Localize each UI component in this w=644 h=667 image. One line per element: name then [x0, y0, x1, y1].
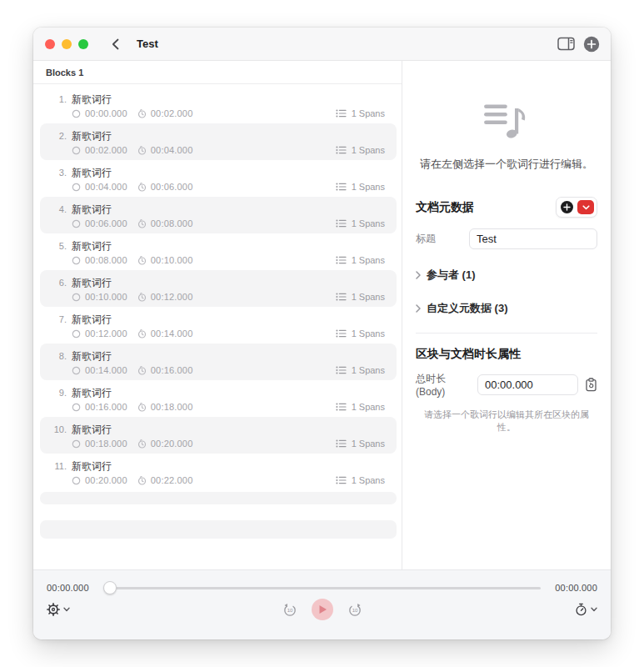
end-time-clock-icon — [137, 293, 147, 302]
duration-hint: 请选择一个歌词行以编辑其所在区块的属性。 — [416, 409, 597, 434]
playback-settings-dropdown[interactable] — [47, 603, 70, 616]
metadata-dropdown-button[interactable] — [577, 200, 594, 214]
end-time: 00:06.000 — [151, 182, 193, 192]
lyric-row[interactable]: 7. 新歌词行 00:12.000 00:14.000 — [40, 307, 397, 344]
skip-forward-10-button[interactable]: 10 — [347, 602, 362, 617]
row-number: 11. — [52, 461, 67, 471]
start-time: 00:06.000 — [85, 218, 127, 228]
stopwatch-icon — [575, 603, 587, 616]
end-time-clock-icon — [137, 109, 147, 118]
play-button[interactable] — [312, 599, 333, 620]
title-input[interactable] — [469, 228, 597, 249]
chevron-right-icon — [416, 304, 421, 313]
plus-circle-icon — [583, 36, 600, 53]
lyric-row[interactable]: 9. 新歌词行 00:16.000 00:18.000 — [40, 380, 397, 417]
list-bullet-icon — [336, 366, 347, 374]
total-duration-input[interactable] — [477, 374, 578, 395]
row-number: 8. — [52, 351, 67, 361]
begin-time-icon — [72, 293, 81, 302]
lyric-rows: 1. 新歌词行 00:00.000 00:02.000 — [33, 84, 402, 490]
start-time: 00:18.000 — [85, 439, 127, 449]
end-time: 00:14.000 — [151, 328, 193, 339]
list-bullet-icon — [336, 256, 347, 264]
close-window-button[interactable] — [45, 39, 55, 49]
traffic-lights — [45, 39, 88, 49]
spans-count: 1 Spans — [352, 328, 385, 339]
row-title: 新歌词行 — [72, 386, 112, 400]
row-title: 新歌词行 — [72, 276, 112, 290]
lyric-row[interactable]: 4. 新歌词行 00:06.000 00:08.000 — [40, 197, 397, 233]
start-time: 00:16.000 — [85, 402, 127, 412]
empty-block-placeholder[interactable] — [40, 492, 397, 504]
start-time: 00:20.000 — [85, 475, 127, 485]
copy-duration-button[interactable] — [585, 378, 597, 392]
row-number: 6. — [52, 278, 67, 288]
row-number: 4. — [52, 204, 67, 214]
add-metadata-button[interactable] — [561, 201, 573, 213]
spans-count: 1 Spans — [352, 365, 385, 375]
row-number: 3. — [52, 168, 67, 178]
inspector-panel: 请在左侧选择一个歌词行进行编辑。 文档元数据 — [402, 61, 611, 569]
row-title: 新歌词行 — [72, 239, 112, 253]
back-button[interactable] — [107, 36, 123, 53]
gear-icon — [47, 603, 60, 616]
begin-time-icon — [72, 219, 81, 228]
end-time: 00:04.000 — [151, 145, 193, 155]
lyric-row[interactable]: 5. 新歌词行 00:08.000 00:10.000 — [40, 233, 397, 270]
row-number: 7. — [52, 314, 67, 324]
custom-metadata-label: 自定义元数据 (3) — [427, 301, 508, 316]
spans-count: 1 Spans — [352, 145, 385, 155]
total-time: 00:00.000 — [549, 583, 597, 593]
row-number: 10. — [52, 424, 67, 434]
lyric-row[interactable]: 11. 新歌词行 00:20.000 00:22.000 — [40, 454, 397, 490]
list-bullet-icon — [336, 109, 347, 118]
end-time-clock-icon — [137, 146, 147, 155]
row-title: 新歌词行 — [72, 349, 112, 364]
list-bullet-icon — [336, 219, 347, 228]
end-time-clock-icon — [137, 183, 147, 192]
custom-metadata-disclosure[interactable]: 自定义元数据 (3) — [416, 301, 597, 316]
row-title: 新歌词行 — [72, 93, 112, 107]
duration-section: 区块与文档时长属性 总时长 (Body) 请选择 — [402, 347, 611, 434]
list-bullet-icon — [336, 476, 347, 484]
lyric-row[interactable]: 2. 新歌词行 00:02.000 00:04.000 — [40, 123, 397, 160]
start-time: 00:04.000 — [85, 182, 127, 192]
total-duration-label: 总时长 (Body) — [416, 372, 472, 398]
empty-block-placeholder[interactable] — [40, 520, 397, 539]
start-time: 00:02.000 — [85, 145, 127, 155]
start-time: 00:00.000 — [85, 108, 127, 118]
row-number: 9. — [52, 388, 67, 398]
end-time: 00:10.000 — [151, 255, 193, 265]
skip-back-10-button[interactable]: 10 — [282, 602, 297, 617]
empty-state: 请在左侧选择一个歌词行进行编辑。 — [402, 61, 611, 172]
clipboard-icon — [585, 378, 597, 392]
seek-slider[interactable] — [103, 581, 541, 594]
zoom-window-button[interactable] — [78, 39, 88, 49]
lyric-row[interactable]: 3. 新歌词行 00:04.000 00:06.000 — [40, 160, 397, 197]
lyric-row[interactable]: 1. 新歌词行 00:00.000 00:02.000 — [40, 87, 397, 123]
lyric-row[interactable]: 6. 新歌词行 00:10.000 00:12.000 — [40, 270, 397, 307]
svg-text:10: 10 — [287, 608, 292, 613]
slider-thumb[interactable] — [103, 581, 117, 594]
spans-count: 1 Spans — [352, 182, 385, 192]
list-bullet-icon — [336, 146, 347, 154]
begin-time-icon — [72, 476, 81, 485]
title-field-label: 标题 — [416, 232, 469, 246]
participants-label: 参与者 (1) — [427, 268, 476, 283]
lyric-row[interactable]: 8. 新歌词行 00:14.000 00:16.000 — [40, 344, 397, 380]
participants-disclosure[interactable]: 参与者 (1) — [416, 268, 597, 283]
timer-dropdown[interactable] — [575, 603, 597, 616]
end-time: 00:16.000 — [151, 365, 193, 375]
add-button[interactable] — [583, 36, 600, 53]
chevron-right-icon — [416, 271, 421, 279]
row-number: 5. — [52, 241, 67, 251]
play-icon — [317, 604, 327, 614]
lyric-row[interactable]: 10. 新歌词行 00:18.000 00:20.000 — [40, 417, 397, 454]
spans-count: 1 Spans — [352, 402, 385, 412]
list-bullet-icon — [336, 183, 347, 191]
empty-state-hint: 请在左侧选择一个歌词行进行编辑。 — [402, 157, 611, 172]
end-time: 00:18.000 — [151, 402, 193, 412]
list-bullet-icon — [336, 439, 347, 448]
toggle-inspector-button[interactable] — [557, 37, 575, 51]
minimize-window-button[interactable] — [62, 39, 72, 49]
